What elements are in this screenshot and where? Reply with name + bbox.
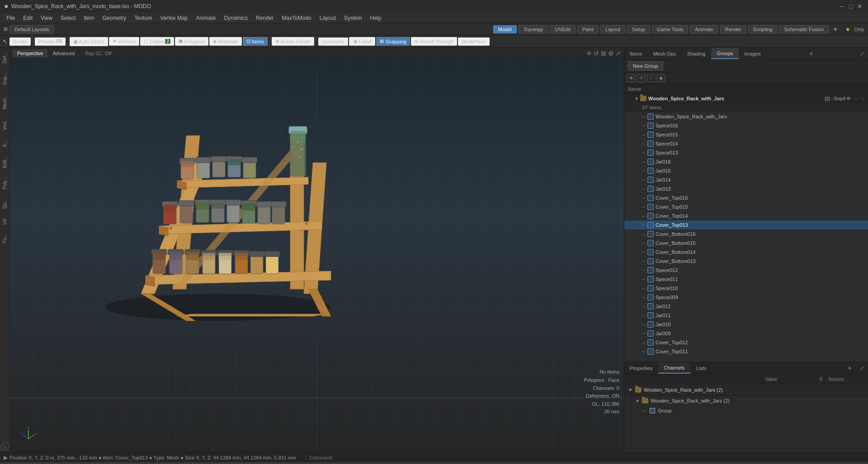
arrow-18[interactable]: ─	[641, 277, 647, 282]
mode-tab-paint[interactable]: Paint	[577, 25, 599, 33]
vp-icon-2[interactable]: ↺	[594, 50, 599, 57]
sculpt-btn[interactable]: Sculpt	[9, 37, 31, 46]
vp-icon-gear[interactable]: ⚙	[608, 50, 614, 57]
sidebar-tab-vert[interactable]: Vert...	[1, 116, 8, 133]
root-sq-btn[interactable]: □	[860, 95, 866, 102]
vp-icon-1[interactable]: ✛	[586, 50, 592, 57]
tree-item-14[interactable]: ─ Cover_Bottom015	[624, 239, 868, 248]
select-through-btn[interactable]: ⊙ Select Through	[411, 37, 457, 46]
tree-item-12[interactable]: ─ Cover_Top013	[624, 220, 868, 230]
rp-tab-groups[interactable]: Groups	[711, 48, 739, 59]
viewport[interactable]: Perspective Advanced Ray GL: Off ✛ ↺ ⊞ ⚙…	[10, 48, 624, 452]
groups-eye-btn[interactable]: 👁	[627, 74, 635, 82]
rp-tab-items[interactable]: Items	[624, 48, 648, 59]
arrow-24[interactable]: ─	[641, 331, 647, 336]
arrow-20[interactable]: ─	[641, 295, 647, 300]
sidebar-tab-fu[interactable]: Fu...	[1, 231, 8, 246]
tree-item-18[interactable]: ─ Spece011	[624, 275, 868, 284]
tree-item-13[interactable]: ─ Cover_Bottom016	[624, 230, 868, 239]
sidebar-tab-uv[interactable]: UV	[1, 216, 8, 227]
command-area[interactable]	[305, 455, 864, 460]
mode-tab-render[interactable]: Render	[720, 25, 746, 33]
arrow-6[interactable]: ─	[641, 169, 647, 173]
titlebar-controls[interactable]: ─ □ ✕	[838, 3, 863, 10]
vp-icon-3[interactable]: ⊞	[601, 50, 606, 57]
tree-item-19[interactable]: ─ Spece010	[624, 284, 868, 293]
menu-system[interactable]: System	[340, 14, 366, 22]
arrow-19[interactable]: ─	[641, 286, 647, 291]
tree-item-21[interactable]: ─ Jar012	[624, 302, 868, 311]
sidebar-tab-e[interactable]: E...	[1, 137, 8, 150]
arrow-10[interactable]: ─	[641, 205, 647, 210]
sidebar-tab-qu[interactable]: Qu...	[1, 196, 8, 211]
rp-tab-images[interactable]: Images	[739, 48, 767, 59]
mode-tab-layout[interactable]: Layout	[600, 25, 625, 33]
menu-dynamics[interactable]: Dynamics	[220, 14, 251, 22]
arrow-26[interactable]: ─	[641, 349, 647, 354]
arrow-16[interactable]: ─	[641, 259, 647, 264]
arrow-9[interactable]: ─	[641, 196, 647, 201]
tree-item-8[interactable]: ─ Jar013	[624, 184, 868, 193]
bp-tab-properties[interactable]: Properties	[624, 362, 658, 374]
arrow-17[interactable]: ─	[641, 268, 647, 273]
sidebar-tab-def[interactable]: Def...	[1, 50, 8, 66]
vp-tab-advanced[interactable]: Advanced	[48, 49, 79, 57]
arrow-5[interactable]: ─	[641, 159, 647, 164]
menu-geometry[interactable]: Geometry	[99, 14, 130, 22]
arrow-0[interactable]: ─	[641, 114, 647, 119]
arrow-15[interactable]: ─	[641, 250, 647, 255]
tree-item-6[interactable]: ─ Jar015	[624, 166, 868, 175]
workplane-btn[interactable]: WorkPlane	[458, 37, 490, 46]
arrow-25[interactable]: ─	[641, 340, 647, 345]
tree-root[interactable]: ▼ Wooden_Spice_Rack_with_Jars (2) : Dup4…	[624, 94, 868, 103]
vp-icon-expand[interactable]: ⤢	[616, 50, 621, 57]
menu-layout[interactable]: Layout	[316, 14, 340, 22]
arrow-8[interactable]: ─	[641, 187, 647, 192]
sidebar-bottom-btn[interactable]: ○	[1, 442, 9, 450]
tree-item-17[interactable]: ─ Spece012	[624, 266, 868, 275]
presets-btn[interactable]: Presets F6	[35, 37, 66, 46]
default-layouts-dropdown[interactable]: Default Layouts	[9, 25, 54, 33]
rp-tab-shading[interactable]: Shading	[682, 48, 711, 59]
ch-arrow-0[interactable]: ▼	[635, 398, 642, 403]
rp-add-btn[interactable]: +	[805, 48, 818, 59]
groups-btn4[interactable]: ◉	[657, 74, 665, 82]
action-center-btn[interactable]: ⊕ Action Center	[272, 37, 315, 46]
ch-row-0[interactable]: ▼ Wooden_Spice_Rack_with_Jars (2)	[624, 396, 868, 406]
arrow-12[interactable]: ─	[641, 223, 647, 228]
arrow-22[interactable]: ─	[641, 313, 647, 318]
tree-item-10[interactable]: ─ Cover_Top015	[624, 202, 868, 211]
tree-item-23[interactable]: ─ Jar010	[624, 320, 868, 329]
tree-item-15[interactable]: ─ Cover_Bottom014	[624, 248, 868, 257]
arrow-4[interactable]: ─	[641, 150, 647, 155]
tree-item-20[interactable]: ─ Spece009	[624, 293, 868, 302]
mode-tab-schematic[interactable]: Schematic Fusion	[779, 25, 829, 33]
menu-animate[interactable]: Animate	[192, 14, 219, 22]
edges-btn[interactable]: ⬡ Edges 2	[140, 37, 174, 46]
rp-expand-btn[interactable]: ⤢	[856, 48, 868, 59]
tree-item-16[interactable]: ─ Cover_Bottom013	[624, 257, 868, 266]
tree-item-9[interactable]: ─ Cover_Top016	[624, 193, 868, 202]
mode-tab-model[interactable]: Model	[493, 25, 517, 33]
arrow-13[interactable]: ─	[641, 232, 647, 237]
arrow-3[interactable]: ─	[641, 141, 647, 146]
menu-item[interactable]: Item	[80, 14, 98, 22]
minimize-btn[interactable]: ─	[838, 3, 845, 10]
menu-file[interactable]: File	[3, 14, 19, 22]
sidebar-tab-poly[interactable]: Poly...	[1, 174, 8, 192]
close-btn[interactable]: ✕	[856, 3, 863, 10]
ch-arrow-1[interactable]: ─	[642, 408, 649, 413]
items-btn[interactable]: ⊡ Items	[243, 37, 268, 46]
tree-item-7[interactable]: ─ Jar014	[624, 175, 868, 184]
menu-edit[interactable]: Edit	[19, 14, 36, 22]
mode-tab-animate[interactable]: Animate	[690, 25, 718, 33]
menu-help[interactable]: Help	[367, 14, 385, 22]
tree-item-4[interactable]: ─ Spece013	[624, 148, 868, 157]
layouts-add-btn[interactable]: +	[830, 25, 840, 33]
channels-expand-arrow[interactable]: ▼	[628, 387, 633, 393]
ch-row-1[interactable]: ─ Group	[624, 406, 868, 416]
arrow-11[interactable]: ─	[641, 214, 647, 219]
auto-select-btn[interactable]: ◉ Auto Select	[70, 37, 108, 46]
snapping-btn[interactable]: ⊞ Snapping	[376, 37, 410, 46]
tree-item-25[interactable]: ─ Cover_Top012	[624, 338, 868, 347]
